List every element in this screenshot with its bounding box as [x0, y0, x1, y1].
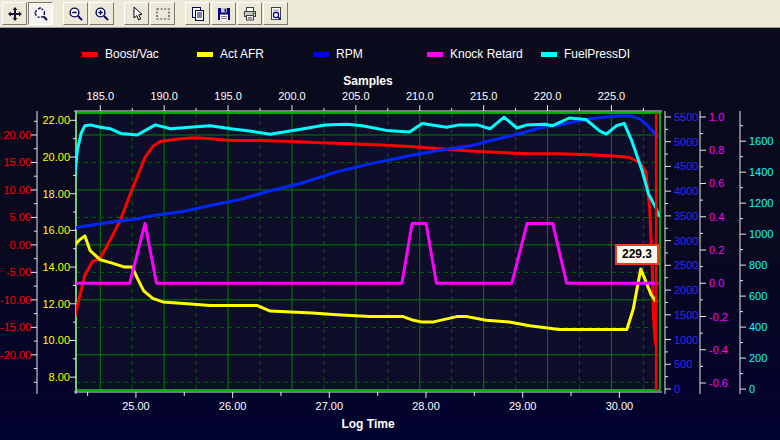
y-tick-label: 0.8 — [709, 144, 724, 156]
y-tick-label: 400 — [749, 321, 767, 333]
y-tick-label: 0.6 — [709, 177, 724, 189]
logtime-tick-label: 28.00 — [400, 400, 452, 412]
print-preview-icon — [268, 6, 284, 22]
toolbar-group — [63, 2, 115, 25]
samples-tick-label: 200.0 — [266, 90, 318, 102]
y-tick-label: 8.00 — [0, 371, 70, 383]
samples-tick-label: 190.0 — [138, 90, 190, 102]
logtime-tick-label: 27.00 — [303, 400, 355, 412]
cursor-value-tooltip: 229.3 — [615, 244, 659, 265]
print-button[interactable] — [237, 2, 262, 25]
y-tick-label: 0 — [749, 383, 755, 395]
y-tick-label: -20.00 — [0, 349, 31, 361]
y-tick-label: 1000 — [749, 228, 773, 240]
y-tick-label: 5.00 — [0, 211, 31, 223]
y-tick-label: 0.00 — [0, 239, 31, 251]
y-tick-label: 4000 — [674, 185, 698, 197]
y-tick-label: 12.00 — [0, 298, 70, 310]
zoom-in-icon — [94, 6, 110, 22]
y-tick-label: 5000 — [674, 136, 698, 148]
samples-tick-label: 210.0 — [394, 90, 446, 102]
y-tick-label: 200 — [749, 352, 767, 364]
pointer-icon — [129, 6, 145, 22]
y-tick-label: 600 — [749, 290, 767, 302]
y-tick-label: 16.00 — [0, 224, 70, 236]
y-tick-label: 0.0 — [709, 277, 724, 289]
y-tick-label: 3500 — [674, 210, 698, 222]
select-region-button[interactable] — [150, 2, 175, 25]
copy-button[interactable] — [185, 2, 210, 25]
y-tick-label: 20.00 — [0, 151, 70, 163]
logtime-tick-label: 30.00 — [593, 400, 645, 412]
y-tick-label: 14.00 — [0, 261, 70, 273]
logger-window: Boost/VacAct AFRRPMKnock RetardFuelPress… — [0, 0, 780, 440]
y-tick-label: 1.0 — [709, 111, 724, 123]
logtime-axis-title: Log Time — [76, 417, 660, 431]
toolbar — [0, 0, 780, 28]
zoom-out-button[interactable] — [63, 2, 88, 25]
logtime-tick-label: 26.00 — [207, 400, 259, 412]
pointer-button[interactable] — [124, 2, 149, 25]
y-tick-label: 5500 — [674, 111, 698, 123]
pan-icon — [7, 6, 23, 22]
zoom-mode-button[interactable] — [28, 2, 53, 25]
y-tick-label: 2500 — [674, 259, 698, 271]
y-tick-label: 0.4 — [709, 211, 724, 223]
y-tick-label: 500 — [674, 358, 692, 370]
y-tick-label: -0.2 — [709, 311, 728, 323]
copy-icon — [190, 6, 206, 22]
y-tick-label: 18.00 — [0, 188, 70, 200]
y-tick-label: 22.00 — [0, 114, 70, 126]
y-tick-label: 1200 — [749, 197, 773, 209]
y-tick-label: 1400 — [749, 166, 773, 178]
y-tick-label: 0 — [674, 383, 680, 395]
select-region-icon — [155, 6, 171, 22]
toolbar-group — [185, 2, 289, 25]
logtime-tick-label: 29.00 — [497, 400, 549, 412]
y-tick-label: 800 — [749, 259, 767, 271]
y-tick-label: 1000 — [674, 334, 698, 346]
toolbar-group — [2, 2, 54, 25]
y-tick-label: 1600 — [749, 135, 773, 147]
samples-tick-label: 220.0 — [522, 90, 574, 102]
y-tick-label: 4500 — [674, 160, 698, 172]
chart-panel: Boost/VacAct AFRRPMKnock RetardFuelPress… — [0, 28, 780, 440]
y-tick-label: 1500 — [674, 309, 698, 321]
y-tick-label: -0.4 — [709, 344, 728, 356]
samples-tick-label: 225.0 — [585, 90, 637, 102]
y-tick-label: 10.00 — [0, 334, 70, 346]
zoom-mode-icon — [33, 6, 49, 22]
logtime-tick-label: 25.00 — [110, 400, 162, 412]
y-tick-label: 20.00 — [0, 129, 31, 141]
pan-button[interactable] — [2, 2, 27, 25]
toolbar-group — [124, 2, 176, 25]
samples-tick-label: 185.0 — [74, 90, 126, 102]
y-tick-label: 2000 — [674, 284, 698, 296]
samples-tick-label: 215.0 — [458, 90, 510, 102]
save-button[interactable] — [211, 2, 236, 25]
print-icon — [242, 6, 258, 22]
samples-tick-label: 195.0 — [202, 90, 254, 102]
save-icon — [216, 6, 232, 22]
y-tick-label: -0.6 — [709, 377, 728, 389]
y-tick-label: 3000 — [674, 235, 698, 247]
y-tick-label: -15.00 — [0, 321, 31, 333]
zoom-in-button[interactable] — [89, 2, 114, 25]
print-preview-button[interactable] — [263, 2, 288, 25]
zoom-out-icon — [68, 6, 84, 22]
samples-tick-label: 205.0 — [330, 90, 382, 102]
y-tick-label: 0.2 — [709, 244, 724, 256]
